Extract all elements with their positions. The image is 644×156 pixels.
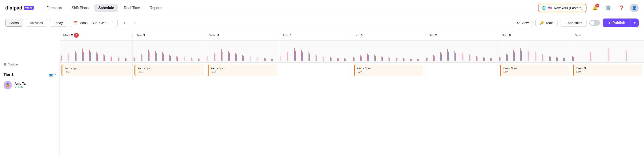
bars-fri	[352, 41, 425, 62]
chevron-down-icon: ▾	[634, 21, 636, 25]
shift-status-fri: Late	[357, 70, 421, 74]
nav-right: 🌐 🇺🇸 New York (Eastern) 🔔 4 ⚙️ ❓ 👤	[538, 3, 639, 13]
publish-button[interactable]: ▷ Publish	[603, 18, 630, 27]
tier-row: Tier 1 👥 7	[0, 69, 60, 79]
nav-item-shift-plans[interactable]: Shift Plans	[68, 4, 92, 12]
shift-col-mon[interactable]: 7am - 3pm Late	[60, 63, 133, 80]
logo-area: dialpad WFM	[5, 5, 34, 11]
chart-row	[60, 41, 644, 63]
nav-item-forecasts[interactable]: Forecasts	[42, 4, 66, 12]
bars-thu	[279, 41, 352, 62]
shift-time-wed: 7am - 3pm	[211, 66, 275, 70]
users-icon: 👥	[49, 73, 53, 77]
chevron-up-down-icon: ⌃	[111, 21, 114, 25]
shift-status-sun: Late	[503, 70, 567, 74]
shift-col-sat	[425, 63, 498, 80]
tier-count: 👥 7	[49, 73, 56, 77]
calendar-icon: 📅	[74, 21, 78, 25]
bars-mon	[60, 41, 132, 62]
sidebar-toolbar-label: Toolbar	[8, 63, 18, 66]
shift-col-wed[interactable]: 7am - 3pm Late	[206, 63, 279, 80]
publish-button-group: ▷ Publish ▾	[603, 18, 639, 27]
toggle-knob	[590, 21, 594, 25]
day-num-sun: 8	[509, 33, 511, 37]
tier-label: Tier 1	[4, 73, 14, 77]
day-header-fri: Fri 6	[352, 33, 425, 37]
shift-time-mon: 7am - 3pm	[64, 66, 128, 70]
timezone-button[interactable]: 🌐 🇺🇸 New York (Eastern)	[538, 4, 586, 12]
shift-col-fri[interactable]: 7am - 3pm Late	[352, 63, 425, 80]
view-label: View	[522, 21, 528, 25]
publish-dropdown-button[interactable]: ▾	[630, 18, 639, 27]
day-header-mon: Mon 2 2	[60, 33, 133, 38]
day-label-tue: Tue	[136, 33, 142, 37]
tab-shifts[interactable]: Shifts	[5, 19, 23, 27]
day-num-thu: 5	[290, 33, 291, 37]
shift-card-mon2[interactable]: 7am - 3p Late	[573, 65, 642, 76]
add-shifts-button[interactable]: + Add shifts	[560, 19, 587, 27]
toolbar-row: Shifts Activities Today 📅 Mon 1 - Sun 7 …	[0, 16, 644, 30]
day-header-mon2: Mon	[571, 33, 644, 37]
shifts-area: 7am - 3pm Late 7am - 3pm Late	[60, 63, 644, 80]
shift-col-sun[interactable]: 7am - 3pm Late	[498, 63, 571, 80]
sidebar-toolbar[interactable]: ⊞ Toolbar	[0, 60, 60, 69]
day-label-wed: Wed	[210, 33, 216, 37]
shift-card-mon[interactable]: 7am - 3pm Late	[62, 65, 131, 76]
next-week-button[interactable]: ›	[131, 19, 139, 27]
tab-activities[interactable]: Activities	[26, 19, 47, 27]
user-avatar[interactable]: 👤	[630, 3, 639, 12]
day-header-sun: Sun 8	[498, 33, 571, 37]
shift-card-wed[interactable]: 7am - 3pm Late	[208, 65, 277, 76]
day-label-sun: Sun	[502, 33, 508, 37]
nav-item-schedule[interactable]: Schedule	[94, 4, 118, 12]
shift-status-mon: Late	[64, 70, 128, 74]
day-num-sat: 7	[435, 33, 436, 37]
settings-button[interactable]: ⚙️	[603, 3, 613, 13]
main-nav: Forecasts Shift Plans Schedule Real-Time…	[42, 4, 538, 12]
view-button[interactable]: ⚙ View	[513, 19, 533, 27]
tools-icon: 🔑	[540, 21, 544, 25]
date-range-button[interactable]: 📅 Mon 1 - Sun 7 Jan... ⌃	[70, 19, 118, 27]
nav-item-reports[interactable]: Reports	[146, 4, 166, 12]
day-header-sat: Sat 7	[425, 33, 498, 37]
help-button[interactable]: ❓	[616, 3, 626, 13]
chart-col-sat	[425, 41, 498, 62]
bars-tue	[133, 41, 206, 62]
chart-col-thu	[279, 41, 352, 62]
chevron-right-icon: ›	[134, 20, 136, 25]
gear-icon: ⚙️	[606, 5, 611, 10]
shift-time-tue: 7am - 3pm	[138, 66, 202, 70]
bars-sat	[425, 41, 498, 62]
toggle-wrapper	[590, 20, 600, 26]
shift-col-tue[interactable]: 7am - 3pm Late	[133, 63, 206, 80]
bars-sun	[498, 41, 571, 62]
nav-item-real-time[interactable]: Real-Time	[120, 4, 144, 12]
hours-value: 40h	[18, 85, 23, 88]
shift-card-fri[interactable]: 7am - 3pm Late	[354, 65, 423, 76]
notifications-button[interactable]: 🔔 4	[590, 3, 600, 13]
add-shifts-label: + Add shifts	[565, 21, 582, 25]
tools-label: Tools	[546, 21, 553, 25]
chart-col-mon2	[571, 41, 644, 62]
day-header-tue: Tue 3	[133, 33, 206, 37]
day-label-fri: Fri	[356, 33, 360, 37]
flag-icon: 🇺🇸	[548, 6, 552, 10]
avatar-image: 👤	[632, 5, 637, 10]
help-icon: ❓	[619, 5, 624, 10]
amy-tan-shifts: 7am - 3pm Late 7am - 3pm Late	[60, 63, 644, 80]
today-button[interactable]: Today	[50, 19, 67, 27]
bars-wed	[206, 41, 279, 62]
amy-tan-avatar: 🙎	[4, 81, 12, 89]
publish-toggle[interactable]	[590, 20, 600, 26]
sidebar-toolbar-icon: ⊞	[4, 63, 6, 66]
publish-play-icon: ▷	[608, 21, 610, 25]
tools-button[interactable]: 🔑 Tools	[536, 19, 558, 27]
main-area: ⊞ Toolbar Tier 1 👥 7 🙎 Amy Tan ✓ 40h Mon…	[0, 30, 644, 156]
shift-col-mon2[interactable]: 7am - 3p Late	[571, 63, 644, 80]
amy-tan-name: Amy Tan	[14, 82, 28, 85]
tier-count-value: 7	[54, 73, 56, 77]
shift-card-sun[interactable]: 7am - 3pm Late	[500, 65, 569, 76]
view-icon: ⚙	[517, 21, 520, 25]
prev-week-button[interactable]: ‹	[120, 19, 128, 27]
shift-card-tue[interactable]: 7am - 3pm Late	[134, 65, 204, 76]
